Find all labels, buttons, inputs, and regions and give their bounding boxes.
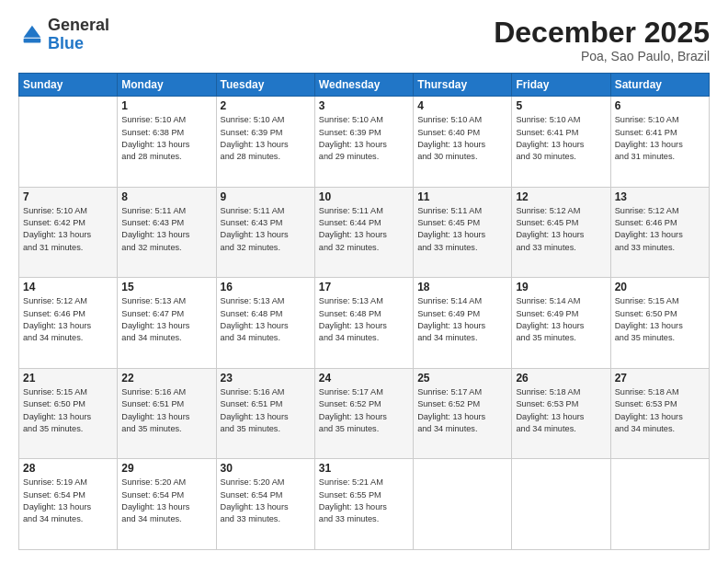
day-info: Sunrise: 5:10 AMSunset: 6:38 PMDaylight:…: [121, 114, 211, 163]
day-info: Sunrise: 5:11 AMSunset: 6:44 PMDaylight:…: [319, 205, 409, 254]
cell-1-1: [19, 97, 118, 188]
day-info: Sunrise: 5:12 AMSunset: 6:45 PMDaylight:…: [516, 205, 606, 254]
cell-4-1: 21Sunrise: 5:15 AMSunset: 6:50 PMDayligh…: [19, 368, 118, 459]
day-number: 22: [121, 372, 211, 385]
day-info: Sunrise: 5:20 AMSunset: 6:54 PMDaylight:…: [121, 477, 211, 525]
day-number: 9: [221, 190, 311, 203]
cell-5-6: [512, 459, 610, 550]
day-number: 12: [516, 190, 606, 203]
col-monday: Monday: [118, 74, 216, 97]
calendar: Sunday Monday Tuesday Wednesday Thursday…: [18, 73, 710, 550]
col-thursday: Thursday: [414, 74, 512, 97]
logo-text: General Blue: [48, 17, 109, 53]
cell-2-6: 12Sunrise: 5:12 AMSunset: 6:45 PMDayligh…: [512, 187, 610, 278]
cell-2-5: 11Sunrise: 5:11 AMSunset: 6:45 PMDayligh…: [414, 187, 512, 278]
cell-5-7: [610, 459, 709, 550]
day-info: Sunrise: 5:16 AMSunset: 6:51 PMDaylight:…: [121, 386, 211, 435]
day-number: 30: [221, 462, 311, 475]
day-info: Sunrise: 5:11 AMSunset: 6:45 PMDaylight:…: [417, 205, 507, 254]
day-number: 28: [23, 462, 113, 475]
day-number: 16: [221, 281, 311, 293]
day-info: Sunrise: 5:11 AMSunset: 6:43 PMDaylight:…: [221, 205, 311, 254]
day-info: Sunrise: 5:12 AMSunset: 6:46 PMDaylight:…: [615, 205, 705, 254]
location-subtitle: Poa, Sao Paulo, Brazil: [494, 49, 710, 63]
day-info: Sunrise: 5:13 AMSunset: 6:48 PMDaylight:…: [319, 295, 409, 344]
day-number: 1: [121, 99, 211, 112]
day-info: Sunrise: 5:17 AMSunset: 6:52 PMDaylight:…: [319, 386, 409, 435]
day-number: 3: [319, 99, 409, 112]
day-info: Sunrise: 5:13 AMSunset: 6:47 PMDaylight:…: [121, 295, 211, 344]
day-number: 2: [221, 99, 311, 112]
day-number: 5: [516, 99, 606, 112]
day-info: Sunrise: 5:21 AMSunset: 6:55 PMDaylight:…: [319, 477, 409, 525]
day-number: 31: [319, 462, 409, 475]
cell-3-7: 20Sunrise: 5:15 AMSunset: 6:50 PMDayligh…: [610, 278, 709, 369]
day-number: 4: [417, 99, 507, 112]
cell-2-4: 10Sunrise: 5:11 AMSunset: 6:44 PMDayligh…: [314, 187, 413, 278]
day-number: 26: [516, 372, 606, 385]
title-block: December 2025 Poa, Sao Paulo, Brazil: [494, 17, 710, 63]
cell-3-2: 15Sunrise: 5:13 AMSunset: 6:47 PMDayligh…: [118, 278, 216, 369]
day-number: 17: [319, 281, 409, 293]
day-number: 8: [121, 190, 211, 203]
day-info: Sunrise: 5:10 AMSunset: 6:40 PMDaylight:…: [417, 114, 507, 163]
day-info: Sunrise: 5:19 AMSunset: 6:54 PMDaylight:…: [23, 477, 113, 525]
day-info: Sunrise: 5:17 AMSunset: 6:52 PMDaylight:…: [417, 386, 507, 435]
cell-5-2: 29Sunrise: 5:20 AMSunset: 6:54 PMDayligh…: [118, 459, 216, 550]
cell-3-1: 14Sunrise: 5:12 AMSunset: 6:46 PMDayligh…: [19, 278, 118, 369]
svg-rect-1: [24, 39, 41, 43]
day-number: 20: [615, 281, 705, 293]
cell-3-4: 17Sunrise: 5:13 AMSunset: 6:48 PMDayligh…: [314, 278, 413, 369]
cell-1-4: 3Sunrise: 5:10 AMSunset: 6:39 PMDaylight…: [314, 97, 413, 188]
cell-5-5: [414, 459, 512, 550]
col-sunday: Sunday: [19, 74, 118, 97]
day-number: 11: [417, 190, 507, 203]
cell-3-5: 18Sunrise: 5:14 AMSunset: 6:49 PMDayligh…: [414, 278, 512, 369]
day-number: 15: [121, 281, 211, 293]
cell-4-2: 22Sunrise: 5:16 AMSunset: 6:51 PMDayligh…: [118, 368, 216, 459]
day-number: 7: [23, 190, 113, 203]
page: General Blue December 2025 Poa, Sao Paul…: [0, 0, 728, 563]
week-row-5: 28Sunrise: 5:19 AMSunset: 6:54 PMDayligh…: [19, 459, 710, 550]
month-title: December 2025: [494, 17, 710, 49]
day-number: 14: [23, 281, 113, 293]
logo-blue: Blue: [48, 34, 84, 52]
cell-1-2: 1Sunrise: 5:10 AMSunset: 6:38 PMDaylight…: [118, 97, 216, 188]
day-info: Sunrise: 5:16 AMSunset: 6:51 PMDaylight:…: [221, 386, 311, 435]
cell-1-6: 5Sunrise: 5:10 AMSunset: 6:41 PMDaylight…: [512, 97, 610, 188]
header: General Blue December 2025 Poa, Sao Paul…: [18, 17, 710, 63]
cell-5-4: 31Sunrise: 5:21 AMSunset: 6:55 PMDayligh…: [314, 459, 413, 550]
cell-1-5: 4Sunrise: 5:10 AMSunset: 6:40 PMDaylight…: [414, 97, 512, 188]
col-saturday: Saturday: [610, 74, 709, 97]
header-row: Sunday Monday Tuesday Wednesday Thursday…: [19, 74, 710, 97]
cell-1-7: 6Sunrise: 5:10 AMSunset: 6:41 PMDaylight…: [610, 97, 709, 188]
day-info: Sunrise: 5:10 AMSunset: 6:41 PMDaylight:…: [615, 114, 705, 163]
cell-3-6: 19Sunrise: 5:14 AMSunset: 6:49 PMDayligh…: [512, 278, 610, 369]
day-info: Sunrise: 5:20 AMSunset: 6:54 PMDaylight:…: [221, 477, 311, 525]
day-info: Sunrise: 5:10 AMSunset: 6:41 PMDaylight:…: [516, 114, 606, 163]
cell-4-4: 24Sunrise: 5:17 AMSunset: 6:52 PMDayligh…: [314, 368, 413, 459]
day-number: 27: [615, 372, 705, 385]
week-row-4: 21Sunrise: 5:15 AMSunset: 6:50 PMDayligh…: [19, 368, 710, 459]
day-number: 21: [23, 372, 113, 385]
day-info: Sunrise: 5:14 AMSunset: 6:49 PMDaylight:…: [516, 295, 606, 344]
cell-5-3: 30Sunrise: 5:20 AMSunset: 6:54 PMDayligh…: [216, 459, 314, 550]
cell-4-6: 26Sunrise: 5:18 AMSunset: 6:53 PMDayligh…: [512, 368, 610, 459]
day-info: Sunrise: 5:18 AMSunset: 6:53 PMDaylight:…: [516, 386, 606, 435]
day-info: Sunrise: 5:12 AMSunset: 6:46 PMDaylight:…: [23, 295, 113, 344]
day-info: Sunrise: 5:14 AMSunset: 6:49 PMDaylight:…: [417, 295, 507, 344]
week-row-3: 14Sunrise: 5:12 AMSunset: 6:46 PMDayligh…: [19, 278, 710, 369]
day-info: Sunrise: 5:18 AMSunset: 6:53 PMDaylight:…: [615, 386, 705, 435]
cell-1-3: 2Sunrise: 5:10 AMSunset: 6:39 PMDaylight…: [216, 97, 314, 188]
logo-general: General: [48, 16, 109, 34]
cell-5-1: 28Sunrise: 5:19 AMSunset: 6:54 PMDayligh…: [19, 459, 118, 550]
day-info: Sunrise: 5:13 AMSunset: 6:48 PMDaylight:…: [221, 295, 311, 344]
day-number: 10: [319, 190, 409, 203]
day-number: 24: [319, 372, 409, 385]
cell-2-3: 9Sunrise: 5:11 AMSunset: 6:43 PMDaylight…: [216, 187, 314, 278]
logo: General Blue: [18, 17, 109, 53]
day-info: Sunrise: 5:10 AMSunset: 6:39 PMDaylight:…: [319, 114, 409, 163]
day-number: 18: [417, 281, 507, 293]
day-number: 25: [417, 372, 507, 385]
day-info: Sunrise: 5:10 AMSunset: 6:42 PMDaylight:…: [23, 205, 113, 254]
